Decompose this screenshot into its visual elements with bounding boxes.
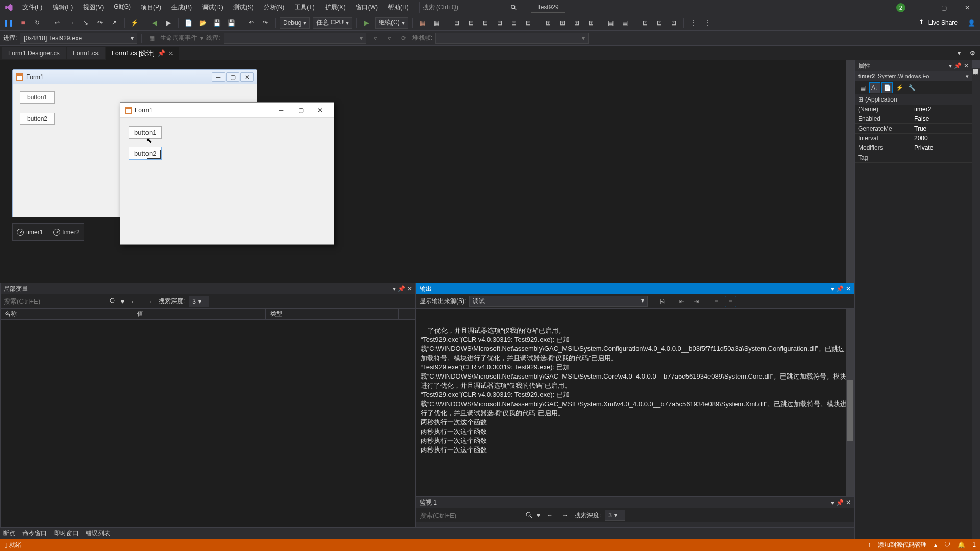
tab-breakpoints[interactable]: 断点 bbox=[3, 529, 15, 538]
tab-errorlist[interactable]: 错误列表 bbox=[86, 529, 110, 538]
property-value[interactable]: Private bbox=[911, 143, 972, 153]
runtime-window[interactable]: Form1 ─ ▢ ✕ button1 button2 ⬉ bbox=[120, 102, 334, 245]
menu-tools[interactable]: 工具(T) bbox=[290, 1, 318, 14]
runtime-max-button[interactable]: ▢ bbox=[291, 103, 310, 117]
depth-dropdown[interactable]: 3▾ bbox=[189, 296, 209, 307]
step-into-icon[interactable]: ↘ bbox=[80, 17, 91, 29]
lock-icon[interactable]: ⋮ bbox=[702, 17, 714, 29]
output-text[interactable]: 了优化，并且调试器选项“仅我的代码”已启用。“Test929.exe”(CLR … bbox=[416, 309, 854, 496]
property-value[interactable] bbox=[911, 153, 972, 162]
solution-title[interactable]: Test929 bbox=[531, 3, 565, 13]
solution-explorer-tab[interactable]: 解决方案资源管理器 bbox=[972, 60, 980, 68]
align-icon1[interactable]: ⊟ bbox=[451, 17, 462, 29]
open-file-icon[interactable]: 📂 bbox=[197, 17, 208, 29]
nav-back-icon[interactable]: ← bbox=[128, 296, 139, 307]
menu-window[interactable]: 窗口(W) bbox=[352, 1, 382, 14]
category-row[interactable]: ⊞(Application bbox=[855, 94, 972, 105]
thread-dropdown[interactable]: ▾ bbox=[224, 33, 366, 44]
property-value[interactable]: 2000 bbox=[911, 134, 972, 143]
search-icon[interactable] bbox=[110, 298, 117, 305]
save-all-icon[interactable]: 💾 bbox=[226, 17, 237, 29]
spacing-icon2[interactable]: ⊞ bbox=[557, 17, 568, 29]
restart-button[interactable]: ↻ bbox=[32, 17, 43, 29]
menu-analyze[interactable]: 分析(N) bbox=[260, 1, 289, 14]
panel-dropdown-icon[interactable]: ▾ bbox=[831, 499, 834, 506]
minimize-button[interactable]: ─ bbox=[912, 2, 929, 14]
design-button2[interactable]: button2 bbox=[20, 113, 55, 125]
tab-settings-icon[interactable]: ⚙ bbox=[967, 47, 978, 59]
designer-surface[interactable]: Form1 ─ ▢ ✕ button1 button2 timer1 timer… bbox=[0, 60, 854, 283]
new-project-icon[interactable]: 📄 bbox=[183, 17, 194, 29]
stop-button[interactable]: ■ bbox=[17, 17, 29, 29]
filter-icon[interactable]: ▿ bbox=[370, 33, 381, 44]
hot-reload-icon[interactable]: ⚡ bbox=[129, 17, 140, 29]
menu-edit[interactable]: 编辑(E) bbox=[48, 1, 77, 14]
align-icon2[interactable]: ⊟ bbox=[465, 17, 477, 29]
property-value[interactable]: timer2 bbox=[911, 105, 972, 114]
events-icon[interactable]: ⚡ bbox=[894, 82, 905, 93]
property-row[interactable]: Tag bbox=[855, 153, 972, 163]
design-button1[interactable]: button1 bbox=[20, 91, 55, 104]
align-icon4[interactable]: ⊟ bbox=[494, 17, 505, 29]
prev-icon[interactable]: ⇤ bbox=[676, 296, 688, 307]
align-icon3[interactable]: ⊟ bbox=[480, 17, 491, 29]
menu-view[interactable]: 视图(V) bbox=[79, 1, 108, 14]
watch-search-input[interactable] bbox=[420, 512, 522, 519]
menu-build[interactable]: 生成(B) bbox=[167, 1, 196, 14]
runtime-min-button[interactable]: ─ bbox=[272, 103, 291, 117]
step-over-icon[interactable]: ↷ bbox=[94, 17, 106, 29]
close-panel-icon[interactable]: ✕ bbox=[407, 285, 412, 292]
align-icon6[interactable]: ⊟ bbox=[523, 17, 534, 29]
link-icon[interactable]: ⟳ bbox=[398, 33, 409, 44]
order-icon2[interactable]: ▤ bbox=[620, 17, 631, 29]
runtime-close-button[interactable]: ✕ bbox=[310, 103, 330, 117]
property-value[interactable]: False bbox=[911, 114, 972, 123]
layout-icon-a[interactable]: ⊡ bbox=[640, 17, 651, 29]
search-icon[interactable] bbox=[526, 512, 533, 519]
search-box[interactable]: 搜索 (Ctrl+Q) bbox=[419, 2, 521, 13]
spacing-icon1[interactable]: ⊞ bbox=[543, 17, 554, 29]
config-dropdown[interactable]: Debug▾ bbox=[280, 17, 310, 29]
nav-fwd-icon[interactable]: → bbox=[559, 510, 571, 521]
scm-up-icon[interactable]: ↑ bbox=[868, 541, 871, 548]
menu-debug[interactable]: 调试(D) bbox=[198, 1, 227, 14]
spacing-icon3[interactable]: ⊞ bbox=[571, 17, 582, 29]
pin-icon[interactable]: 📌 bbox=[836, 499, 844, 506]
tab-order-icon[interactable]: ⋮ bbox=[688, 17, 699, 29]
undo-icon[interactable]: ↶ bbox=[246, 17, 257, 29]
close-panel-icon[interactable]: ✕ bbox=[964, 62, 969, 69]
pin-icon[interactable]: 📌 bbox=[836, 285, 844, 292]
designer-scrollbar[interactable] bbox=[846, 60, 854, 283]
nav-fwd-icon[interactable]: ▶ bbox=[163, 17, 174, 29]
property-row[interactable]: ModifiersPrivate bbox=[855, 143, 972, 153]
wrap-icon[interactable]: ≡ bbox=[725, 296, 736, 307]
output-header[interactable]: 输出 ▾📌✕ bbox=[416, 283, 854, 294]
tab-dropdown-icon[interactable]: ▾ bbox=[953, 47, 965, 59]
panel-dropdown-icon[interactable]: ▾ bbox=[393, 285, 396, 292]
order-icon1[interactable]: ▤ bbox=[605, 17, 617, 29]
menu-test[interactable]: 测试(S) bbox=[229, 1, 258, 14]
output-scrollbar[interactable] bbox=[846, 309, 854, 496]
step-out-icon[interactable]: ↗ bbox=[109, 17, 120, 29]
scm-button[interactable]: 添加到源代码管理 bbox=[878, 541, 927, 549]
alphabetical-icon[interactable]: A↓ bbox=[869, 82, 880, 93]
col-name[interactable]: 名称 bbox=[1, 309, 133, 319]
tab-form1-design[interactable]: Form1.cs [设计]📌✕ bbox=[106, 47, 179, 60]
menu-project[interactable]: 项目(P) bbox=[137, 1, 165, 14]
layout-icon-b[interactable]: ⊡ bbox=[654, 17, 665, 29]
properties-header[interactable]: 属性 ▾📌✕ bbox=[855, 60, 972, 71]
liveshare-button[interactable]: Live Share bbox=[912, 19, 963, 27]
col-type[interactable]: 类型 bbox=[266, 309, 399, 319]
show-next-icon[interactable]: → bbox=[66, 17, 77, 29]
locals-search-input[interactable] bbox=[4, 297, 106, 305]
watch-header[interactable]: 监视 1 ▾📌✕ bbox=[416, 497, 854, 508]
properties-object-selector[interactable]: timer2System.Windows.Fo▾ bbox=[855, 71, 972, 81]
redo-icon[interactable]: ↷ bbox=[260, 17, 271, 29]
find-icon[interactable]: ⎘ bbox=[656, 296, 668, 307]
close-button[interactable]: ✕ bbox=[959, 2, 976, 14]
bell-icon[interactable]: 🔔 bbox=[958, 541, 965, 548]
nav-back-icon[interactable]: ← bbox=[544, 510, 555, 521]
layout-icon-c[interactable]: ⊡ bbox=[668, 17, 679, 29]
property-row[interactable]: EnabledFalse bbox=[855, 114, 972, 124]
pin-icon[interactable]: 📌 bbox=[398, 285, 405, 292]
